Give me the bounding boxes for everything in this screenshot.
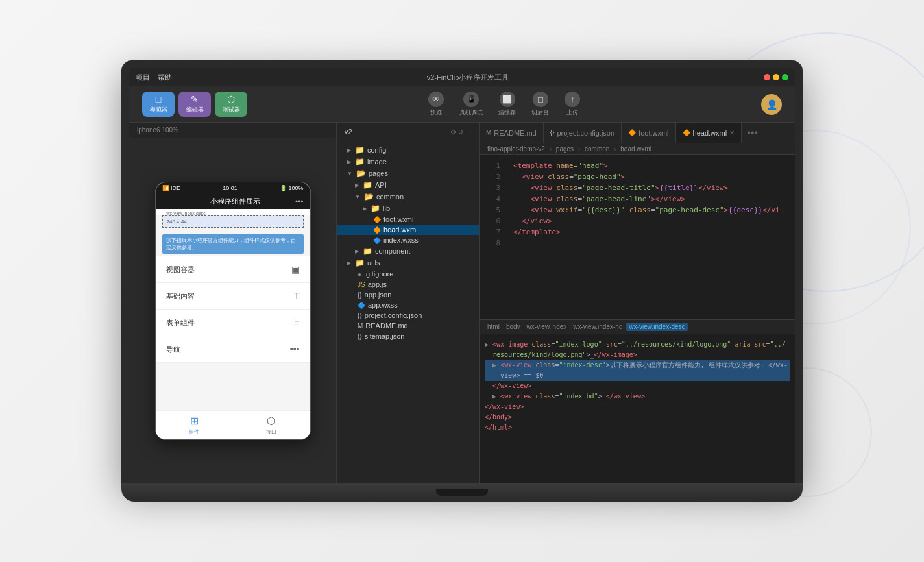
xml-icon: 🔶 <box>373 216 381 223</box>
chevron-icon: ▶ <box>342 249 359 254</box>
window-controls <box>764 74 788 80</box>
html-line-1: ▶ <wx-image class="index-logo" src="../r… <box>485 339 790 350</box>
menu-item-label-2: 基础内容 <box>166 291 195 301</box>
file-item-component[interactable]: ▶ 📁 component <box>337 245 479 257</box>
chevron-icon: ▶ <box>342 260 351 266</box>
chevron-icon: ▶ <box>342 147 351 153</box>
phone-nav-interface[interactable]: ⬡ 接口 <box>233 411 310 439</box>
file-item-api[interactable]: ▶ 📁 API <box>337 179 479 191</box>
json-icon: {} <box>358 333 362 340</box>
el-crumb-wx-index[interactable]: wx-view.index <box>524 323 570 331</box>
html-content[interactable]: ▶ <wx-image class="index-logo" src="../r… <box>480 334 795 484</box>
json-tab-icon: {} <box>550 129 555 136</box>
menu-project[interactable]: 项目 <box>136 73 150 82</box>
bottom-split: html body wx-view.index wx-view.index-hd… <box>480 320 795 484</box>
breadcrumb-item-4: head.wxml <box>620 145 651 153</box>
file-item-image[interactable]: ▶ 📁 image <box>337 156 479 167</box>
root-label: v2 <box>345 128 352 136</box>
cut-backend-tool[interactable]: ◻ 切后台 <box>531 92 549 117</box>
preview-icon: 👁 <box>428 92 444 107</box>
html-line-4: view> == $0 <box>485 371 790 381</box>
phone-status-bar: 📶 IDE 10:01 🔋 100% <box>156 182 310 194</box>
code-editor: 1 2 3 4 5 6 7 8 <template name="head"> <box>480 155 795 319</box>
code-content[interactable]: <template name="head"> <view class="page… <box>505 155 795 319</box>
phone-menu-item-4[interactable]: 导航 ••• <box>156 336 310 363</box>
json-icon: {} <box>358 291 362 299</box>
code-line-3: <view class="page-head-title">{{title}}<… <box>513 182 787 193</box>
file-item-readme[interactable]: M README.md <box>337 321 479 331</box>
file-item-index-wxss[interactable]: 🔷 index.wxss <box>337 235 479 245</box>
phone-more-icon[interactable]: ••• <box>295 197 304 206</box>
file-name: index.wxss <box>383 236 419 244</box>
file-item-utils[interactable]: ▶ 📁 utils <box>337 257 479 269</box>
git-icon: ● <box>358 271 361 278</box>
more-tabs-button[interactable]: ••• <box>742 127 763 139</box>
phone-highlight-box: wx-view.index-desc 240 × 44 <box>162 215 304 228</box>
file-item-head-wxml[interactable]: 🔶 head.wxml <box>337 225 479 235</box>
file-item-lib[interactable]: ▶ 📁 lib <box>337 202 479 214</box>
phone-app-title: 小程序组件展示 <box>210 197 260 206</box>
file-item-common[interactable]: ▼ 📂 common <box>337 191 479 202</box>
folder-icon: 📁 <box>355 145 365 154</box>
phone-menu-item-3[interactable]: 表单组件 ≡ <box>156 310 310 336</box>
el-crumb-body[interactable]: body <box>504 323 523 331</box>
menu-help[interactable]: 帮助 <box>158 73 172 82</box>
tab-label-project: project.config.json <box>557 129 614 137</box>
file-item-config[interactable]: ▶ 📁 config <box>337 144 479 156</box>
real-machine-tool[interactable]: 📱 真机调试 <box>459 92 483 117</box>
file-item-app-js[interactable]: JS app.js <box>337 279 479 289</box>
menu-item-icon-2: T <box>294 291 300 301</box>
clear-cache-tool[interactable]: ⬜ 清缓存 <box>498 92 516 117</box>
code-line-6: </view> <box>513 215 787 226</box>
el-crumb-wx-hd[interactable]: wx-view.index-hd <box>570 323 625 331</box>
debug-button[interactable]: ⬡ 测试器 <box>215 92 247 117</box>
file-name: project.config.json <box>365 312 422 319</box>
editor-icon: ✎ <box>191 94 199 104</box>
file-item-app-json[interactable]: {} app.json <box>337 289 479 300</box>
phone-menu-item-1[interactable]: 视图容器 ▣ <box>156 256 310 283</box>
wxss-icon: 🔷 <box>358 302 365 309</box>
window-minimize[interactable] <box>773 74 779 80</box>
menu-item-icon-1: ▣ <box>291 264 300 275</box>
simulator-button[interactable]: □ 模拟器 <box>142 92 175 117</box>
file-name: API <box>375 181 387 189</box>
file-item-project-config[interactable]: {} project.config.json <box>337 310 479 321</box>
clear-cache-icon: ⬜ <box>500 92 515 107</box>
phone-menu-item-2[interactable]: 基础内容 T <box>156 283 310 310</box>
toolbar-right: 👤 <box>761 94 782 115</box>
file-item-foot-wxml[interactable]: 🔶 foot.wxml <box>337 214 479 225</box>
file-item-sitemap[interactable]: {} sitemap.json <box>337 331 479 341</box>
window-maximize[interactable] <box>782 74 788 80</box>
tab-project-config[interactable]: {} project.config.json <box>544 123 622 143</box>
tab-readme[interactable]: M README.md <box>480 123 544 143</box>
phone-content: wx-view.index-desc 240 × 44 以下指展示小程序官方组件… <box>156 215 310 410</box>
tab-foot-wxml[interactable]: 🔶 foot.wxml <box>622 123 675 143</box>
laptop-screen: 项目 帮助 v2-FinClip小程序开发工具 □ 模拟器 <box>129 68 795 483</box>
folder-icon: 📁 <box>355 258 365 267</box>
window-close[interactable] <box>764 74 770 80</box>
phone-nav-components[interactable]: ⊞ 组件 <box>156 411 233 439</box>
file-item-gitignore[interactable]: ● .gitignore <box>337 269 479 279</box>
file-name: utils <box>367 259 380 267</box>
el-crumb-html[interactable]: html <box>485 323 502 331</box>
phone: 📶 IDE 10:01 🔋 100% 小程序组件展示 ••• <box>155 182 311 440</box>
breadcrumb-sep-1: › <box>550 145 552 153</box>
el-crumb-wx-desc[interactable]: wx-view.index-desc <box>626 323 687 331</box>
editor-button[interactable]: ✎ 编辑器 <box>178 92 211 117</box>
user-avatar[interactable]: 👤 <box>761 94 782 115</box>
tab-close-icon[interactable]: ✕ <box>729 129 735 136</box>
chevron-icon: ▶ <box>342 159 351 165</box>
file-name: foot.wxml <box>383 215 413 223</box>
chevron-icon: ▶ <box>342 206 367 212</box>
menu-item-label-3: 表单组件 <box>166 318 195 328</box>
nav-interface-icon: ⬡ <box>267 415 276 427</box>
nav-interface-label: 接口 <box>266 428 276 435</box>
upload-tool[interactable]: ↑ 上传 <box>565 92 580 117</box>
preview-tool[interactable]: 👁 预览 <box>428 92 444 117</box>
phone-title-bar: 小程序组件展示 ••• <box>156 194 310 209</box>
file-item-app-wxss[interactable]: 🔷 app.wxss <box>337 300 479 310</box>
file-item-pages[interactable]: ▼ 📂 pages <box>337 167 479 179</box>
tab-head-wxml[interactable]: 🔶 head.wxml ✕ <box>676 123 742 143</box>
file-name: sitemap.json <box>365 332 405 340</box>
phone-signal: 📶 IDE <box>162 185 181 191</box>
